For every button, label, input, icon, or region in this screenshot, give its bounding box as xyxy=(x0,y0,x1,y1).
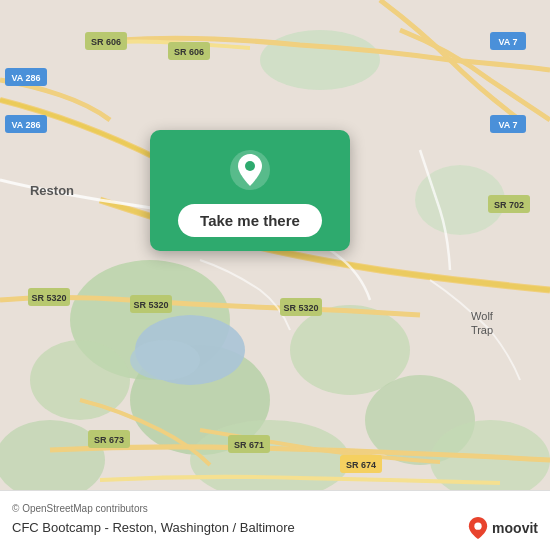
svg-text:VA 7: VA 7 xyxy=(498,37,517,47)
copyright-text: © OpenStreetMap contributors xyxy=(12,503,538,514)
moovit-text: moovit xyxy=(492,520,538,536)
location-name: CFC Bootcamp - Reston, Washington / Balt… xyxy=(12,520,295,535)
svg-text:SR 5320: SR 5320 xyxy=(31,293,66,303)
svg-text:SR 5320: SR 5320 xyxy=(283,303,318,313)
svg-point-45 xyxy=(245,161,255,171)
svg-text:Trap: Trap xyxy=(471,324,493,336)
map-container: VA 286 VA 286 SR 606 SR 606 VA 7 VA 7 74… xyxy=(0,0,550,490)
svg-text:SR 5320: SR 5320 xyxy=(133,300,168,310)
location-info: CFC Bootcamp - Reston, Washington / Balt… xyxy=(12,517,538,539)
svg-text:SR 606: SR 606 xyxy=(174,47,204,57)
svg-text:SR 674: SR 674 xyxy=(346,460,376,470)
location-card: Take me there xyxy=(150,130,350,251)
moovit-pin-icon xyxy=(468,517,488,539)
svg-text:SR 673: SR 673 xyxy=(94,435,124,445)
take-me-there-button[interactable]: Take me there xyxy=(178,204,322,237)
svg-text:VA 286: VA 286 xyxy=(11,120,40,130)
location-pin-icon xyxy=(228,148,272,192)
svg-text:SR 702: SR 702 xyxy=(494,200,524,210)
bottom-bar: © OpenStreetMap contributors CFC Bootcam… xyxy=(0,490,550,550)
svg-point-12 xyxy=(130,340,200,380)
moovit-logo: moovit xyxy=(468,517,538,539)
svg-text:SR 671: SR 671 xyxy=(234,440,264,450)
svg-point-46 xyxy=(474,522,481,529)
svg-point-1 xyxy=(260,30,380,90)
svg-text:VA 286: VA 286 xyxy=(11,73,40,83)
svg-text:VA 7: VA 7 xyxy=(498,120,517,130)
svg-point-3 xyxy=(30,340,130,420)
svg-text:SR 606: SR 606 xyxy=(91,37,121,47)
svg-text:Wolf: Wolf xyxy=(471,310,494,322)
svg-text:Reston: Reston xyxy=(30,183,74,198)
